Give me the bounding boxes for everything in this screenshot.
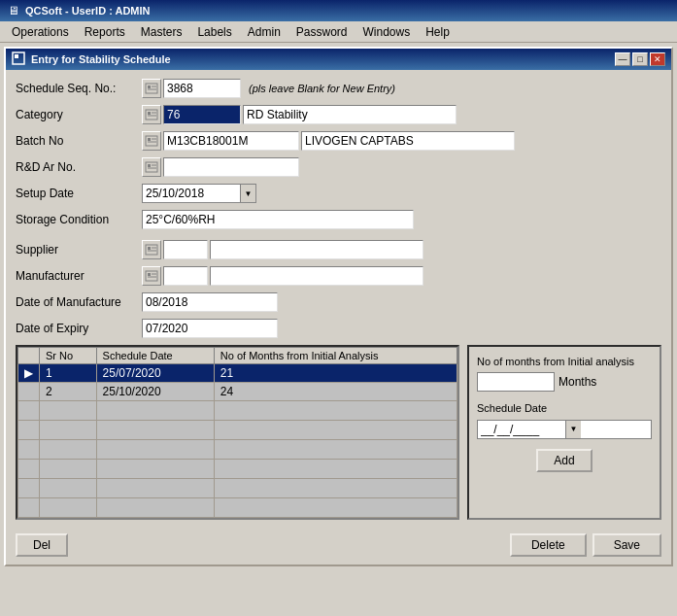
svg-rect-2 <box>146 84 157 93</box>
svg-rect-3 <box>148 86 151 88</box>
svg-rect-10 <box>146 136 157 146</box>
table-row-empty <box>18 479 457 498</box>
menu-help[interactable]: Help <box>418 23 457 41</box>
table-row-empty <box>18 421 457 440</box>
table-row[interactable]: ▶ 1 25/07/2020 21 <box>18 364 457 383</box>
supplier-name-input[interactable] <box>210 240 423 259</box>
bottom-bar: Del Delete Save <box>6 528 671 565</box>
menu-admin[interactable]: Admin <box>240 23 288 41</box>
months-unit-label: Months <box>559 375 596 389</box>
no-months-section: No of months from Initial analysis Month… <box>477 355 652 392</box>
close-button[interactable]: ✕ <box>650 52 665 66</box>
rd-ar-no-input[interactable] <box>163 157 299 177</box>
app-icon: 🖥 <box>6 3 21 18</box>
date-of-manufacture-input[interactable]: 08/2018 <box>142 292 278 312</box>
menu-reports[interactable]: Reports <box>77 23 133 41</box>
category-text-input[interactable]: RD Stability <box>243 105 457 124</box>
table-row-empty <box>18 440 457 460</box>
dialog-icon <box>12 51 27 67</box>
row-sr-no-1: 1 <box>40 364 97 383</box>
schedule-seq-label: Schedule Seq. No.: <box>16 82 142 95</box>
date-of-manufacture-row: Date of Manufacture 08/2018 <box>16 291 661 313</box>
row-arrow-1: ▶ <box>18 364 40 383</box>
rd-ar-no-icon-btn[interactable] <box>142 157 161 177</box>
supplier-label: Supplier <box>16 243 142 257</box>
date-of-expiry-input[interactable]: 07/2020 <box>142 319 278 338</box>
app-title-bar: 🖥 QCSoft - UserID : ADMIN <box>0 0 677 21</box>
table-row-empty <box>18 401 457 421</box>
row-months-2: 24 <box>214 383 457 401</box>
manufacturer-code-input[interactable] <box>163 266 208 286</box>
svg-rect-22 <box>146 271 157 281</box>
setup-date-dropdown[interactable]: 25/10/2018 ▼ <box>142 184 256 203</box>
batch-no-input[interactable]: M13CB18001M <box>163 131 299 151</box>
date-of-manufacture-label: Date of Manufacture <box>16 295 142 309</box>
delete-button[interactable]: Delete <box>510 533 587 557</box>
storage-condition-input[interactable]: 25°C/60%RH <box>142 210 414 229</box>
svg-rect-7 <box>148 112 151 115</box>
category-row: Category 76 RD Stability <box>16 104 661 125</box>
setup-date-row: Setup Date 25/10/2018 ▼ <box>16 183 661 204</box>
batch-no-icon-btn[interactable] <box>142 131 161 151</box>
supplier-code-input[interactable] <box>163 240 208 259</box>
svg-rect-19 <box>148 247 151 250</box>
svg-rect-18 <box>146 245 157 255</box>
dialog-stability-schedule: Entry for Stability Schedule — □ ✕ Sched… <box>4 47 673 566</box>
right-panel: No of months from Initial analysis Month… <box>467 345 661 520</box>
manufacturer-name-input[interactable] <box>210 266 423 286</box>
schedule-seq-icon-btn[interactable] <box>142 79 161 98</box>
save-button[interactable]: Save <box>592 533 661 557</box>
batch-no-text-input[interactable]: LIVOGEN CAPTABS <box>301 131 515 151</box>
no-months-input[interactable] <box>477 372 555 392</box>
menu-bar: Operations Reports Masters Labels Admin … <box>0 21 677 43</box>
supplier-row: Supplier <box>16 239 661 260</box>
setup-date-arrow[interactable]: ▼ <box>240 185 255 202</box>
app-title: QCSoft - UserID : ADMIN <box>25 5 671 17</box>
right-action-buttons: Delete Save <box>510 533 661 557</box>
batch-no-label: Batch No <box>16 134 142 148</box>
schedule-seq-hint: (pls leave Blank for New Entry) <box>249 83 395 94</box>
add-button[interactable]: Add <box>536 449 592 472</box>
menu-windows[interactable]: Windows <box>355 23 419 41</box>
no-months-label: No of months from Initial analysis <box>477 355 652 368</box>
schedule-date-input-wrapper: __/__/____ ▼ <box>477 420 652 439</box>
row-months-1: 21 <box>214 364 457 383</box>
schedule-date-arrow[interactable]: ▼ <box>565 421 581 438</box>
menu-operations[interactable]: Operations <box>4 23 77 41</box>
table-row[interactable]: 2 25/10/2020 24 <box>18 383 457 401</box>
storage-condition-label: Storage Condition <box>16 213 142 226</box>
schedule-seq-row: Schedule Seq. No.: 3868 (pls leave Blank… <box>16 78 661 99</box>
category-input[interactable]: 76 <box>163 105 241 124</box>
row-schedule-date-2: 25/10/2020 <box>96 383 214 401</box>
manufacturer-label: Manufacturer <box>16 269 142 283</box>
manufacturer-icon-btn[interactable] <box>142 266 161 286</box>
dialog-title-bar: Entry for Stability Schedule — □ ✕ <box>6 49 671 70</box>
category-icon-btn[interactable] <box>142 105 161 124</box>
schedule-date-input[interactable]: __/__/____ <box>478 422 565 437</box>
schedule-table: Sr No Schedule Date No of Months from In… <box>17 347 457 518</box>
storage-condition-row: Storage Condition 25°C/60%RH <box>16 209 661 230</box>
col-sr-no: Sr No <box>40 348 97 364</box>
svg-rect-15 <box>148 164 151 167</box>
category-label: Category <box>16 108 142 121</box>
rd-ar-no-row: R&D Ar No. <box>16 156 661 178</box>
dialog-window-controls: — □ ✕ <box>615 52 665 66</box>
menu-password[interactable]: Password <box>288 23 355 41</box>
del-button[interactable]: Del <box>16 533 68 557</box>
table-row-empty <box>18 498 457 518</box>
maximize-button[interactable]: □ <box>632 52 648 66</box>
schedule-date-section: Schedule Date __/__/____ ▼ <box>477 401 652 438</box>
minimize-button[interactable]: — <box>615 52 630 66</box>
menu-masters[interactable]: Masters <box>133 23 190 41</box>
schedule-table-container: Sr No Schedule Date No of Months from In… <box>16 345 459 520</box>
schedule-seq-input[interactable]: 3868 <box>163 79 241 98</box>
svg-rect-6 <box>146 110 157 120</box>
setup-date-label: Setup Date <box>16 187 142 200</box>
date-of-expiry-row: Date of Expiry 07/2020 <box>16 318 661 339</box>
menu-labels[interactable]: Labels <box>189 23 239 41</box>
schedule-date-dropdown[interactable]: __/__/____ ▼ <box>477 420 652 439</box>
supplier-icon-btn[interactable] <box>142 240 161 259</box>
svg-rect-11 <box>148 138 151 141</box>
setup-date-input[interactable]: 25/10/2018 <box>143 186 240 201</box>
manufacturer-row: Manufacturer <box>16 265 661 287</box>
